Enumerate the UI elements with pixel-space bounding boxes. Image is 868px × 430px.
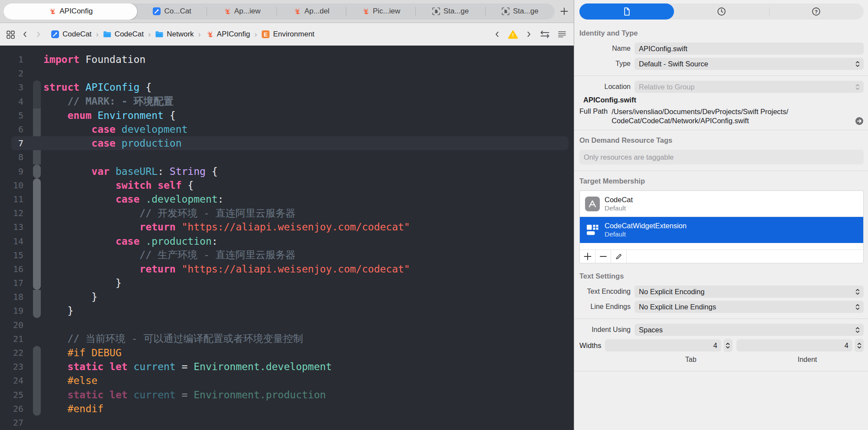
- swift-icon: [48, 7, 56, 16]
- code-line-5[interactable]: 5 enum Environment {: [0, 108, 574, 122]
- adjust-editor-icon[interactable]: [557, 30, 567, 39]
- identity-form: Name APIConfig.swift Type Default - Swif…: [574, 42, 868, 130]
- file-inspector-tab[interactable]: [579, 3, 674, 20]
- edit-target-button[interactable]: [611, 250, 627, 263]
- code-line-7[interactable]: 7 case production: [0, 136, 574, 150]
- breadcrumb-right-controls: !: [493, 30, 567, 39]
- line-number: 14: [0, 236, 23, 246]
- code-text: case .development:: [43, 194, 224, 205]
- code-text: // 当前环境 - 可以通过编译配置或者环境变量控制: [43, 332, 303, 345]
- next-issue-icon[interactable]: [525, 30, 533, 39]
- history-inspector-tab[interactable]: [674, 3, 769, 20]
- editor-tab-apiconfig[interactable]: APIConfig: [3, 3, 137, 20]
- add-target-button[interactable]: [580, 250, 595, 263]
- code-text: // 生产环境 - 直连阿里云服务器: [43, 248, 296, 262]
- line-number: 16: [0, 264, 23, 274]
- quick-help-inspector-icon: ?: [812, 7, 821, 16]
- code-line-16[interactable]: 16 return "https://aliapi.weisenjoy.com/…: [0, 262, 574, 276]
- code-line-19[interactable]: 19 }: [0, 304, 574, 318]
- editor-tab-ap-iew[interactable]: Ap...iew: [207, 3, 276, 20]
- breadcrumb-item-apiconfig[interactable]: APIConfig: [205, 30, 250, 39]
- reveal-path-arrow-button[interactable]: [855, 117, 864, 125]
- breadcrumb-item-codecat[interactable]: CodeCat: [103, 30, 144, 39]
- text-encoding-dropdown[interactable]: No Explicit Encoding: [635, 286, 864, 298]
- quick-help-inspector-tab[interactable]: ?: [769, 3, 864, 20]
- editor-tab-ap-del[interactable]: Ap...del: [276, 3, 346, 20]
- target-list-toolbar: [580, 250, 863, 263]
- code-line-17[interactable]: 17 }: [0, 276, 574, 290]
- line-endings-dropdown[interactable]: No Explicit Line Endings: [635, 301, 864, 313]
- code-line-3[interactable]: 3struct APIConfig {: [0, 80, 574, 94]
- svg-text:E: E: [264, 31, 268, 38]
- code-line-23[interactable]: 23 static let current = Environment.deve…: [0, 360, 574, 374]
- editor-tab-pic-iew[interactable]: Pic...iew: [346, 3, 415, 20]
- breadcrumb-item-environment[interactable]: EEnvironment: [261, 30, 314, 39]
- code-text: // MARK: - 环境配置: [43, 95, 174, 108]
- code-line-20[interactable]: 20: [0, 318, 574, 332]
- code-line-6[interactable]: 6 case development: [0, 122, 574, 136]
- line-number: 7: [0, 138, 23, 148]
- add-tab-button[interactable]: [555, 0, 574, 23]
- resource-tags-placeholder-field: Only resources are taggable: [579, 150, 864, 164]
- identity-section-header: Identity and Type: [574, 23, 868, 42]
- remove-target-button[interactable]: [595, 250, 611, 263]
- code-line-26[interactable]: 26 #endif: [0, 402, 574, 416]
- indent-width-stepper[interactable]: [855, 339, 864, 352]
- code-line-15[interactable]: 15 // 生产环境 - 直连阿里云服务器: [0, 248, 574, 262]
- line-number: 25: [0, 390, 23, 400]
- navigate-forward-icon[interactable]: [35, 30, 42, 39]
- breadcrumb-separator: ›: [148, 30, 151, 39]
- related-items-icon[interactable]: [6, 30, 15, 39]
- code-line-14[interactable]: 14 case .production:: [0, 234, 574, 248]
- code-line-27[interactable]: 27: [0, 416, 574, 430]
- code-line-24[interactable]: 24 #else: [0, 374, 574, 387]
- editor-tab-sta-ge[interactable]: Sta...ge: [415, 3, 485, 20]
- target-row-codecatwidgetextension[interactable]: CodeCatWidgetExtensionDefault: [580, 217, 863, 243]
- code-line-22[interactable]: 22 #if DEBUG: [0, 346, 574, 360]
- line-number: 13: [0, 222, 23, 232]
- line-number: 5: [0, 110, 23, 121]
- name-field[interactable]: APIConfig.swift: [635, 43, 864, 55]
- editor-tab-co-cat[interactable]: Co...Cat: [137, 3, 207, 20]
- tab-width-field[interactable]: 4: [605, 339, 721, 351]
- code-line-4[interactable]: 4 // MARK: - 环境配置: [0, 95, 574, 108]
- target-membership-list: CodeCatDefaultCodeCatWidgetExtensionDefa…: [579, 190, 864, 263]
- breadcrumb-item-codecat[interactable]: CodeCat: [51, 30, 92, 39]
- code-line-9[interactable]: 9 var baseURL: String {: [0, 164, 574, 178]
- target-membership-section-header: Target Membership: [574, 171, 868, 190]
- code-line-10[interactable]: 10 switch self {: [0, 178, 574, 192]
- code-editor[interactable]: 1import Foundation23struct APIConfig {4 …: [0, 46, 574, 430]
- indent-using-dropdown[interactable]: Spaces: [635, 324, 864, 336]
- target-subtitle: Default: [605, 204, 633, 212]
- code-line-18[interactable]: 18 }: [0, 290, 574, 304]
- code-line-8[interactable]: 8: [0, 150, 574, 164]
- code-line-11[interactable]: 11 case .development:: [0, 192, 574, 206]
- code-line-1[interactable]: 1import Foundation: [0, 53, 574, 66]
- breadcrumb-label: Network: [167, 30, 194, 39]
- tab-width-stepper[interactable]: [723, 339, 733, 352]
- target-row-codecat[interactable]: CodeCatDefault: [580, 191, 863, 217]
- type-dropdown[interactable]: Default - Swift Source: [635, 58, 864, 70]
- code-text: #else: [43, 375, 98, 386]
- code-line-25[interactable]: 25 static let current = Environment.prod…: [0, 388, 574, 402]
- warning-icon[interactable]: !: [508, 30, 518, 39]
- tab-width-group: 4: [605, 339, 732, 352]
- location-dropdown[interactable]: Relative to Group: [635, 81, 864, 93]
- type-label: Type: [579, 60, 631, 68]
- previous-issue-icon[interactable]: [493, 30, 501, 39]
- code-text: static let current = Environment.product…: [43, 389, 326, 400]
- code-line-13[interactable]: 13 return "https://aliapi.weisenjoy.com/…: [0, 220, 574, 234]
- indent-width-field[interactable]: 4: [736, 339, 852, 351]
- updown-chevrons-icon: [855, 326, 860, 334]
- navigate-back-icon[interactable]: [21, 30, 29, 39]
- breadcrumb-item-network[interactable]: Network: [155, 30, 194, 39]
- updown-chevrons-icon: [855, 288, 860, 296]
- code-line-21[interactable]: 21 // 当前环境 - 可以通过编译配置或者环境变量控制: [0, 332, 574, 346]
- editor-tab-sta-ge[interactable]: Sta...ge: [485, 3, 555, 20]
- svg-text:?: ?: [815, 9, 818, 14]
- svg-text:!: !: [512, 33, 514, 38]
- code-text: }: [43, 291, 98, 302]
- swap-editor-icon[interactable]: [539, 30, 550, 39]
- code-line-12[interactable]: 12 // 开发环境 - 直连阿里云服务器: [0, 206, 574, 220]
- code-line-2[interactable]: 2: [0, 66, 574, 80]
